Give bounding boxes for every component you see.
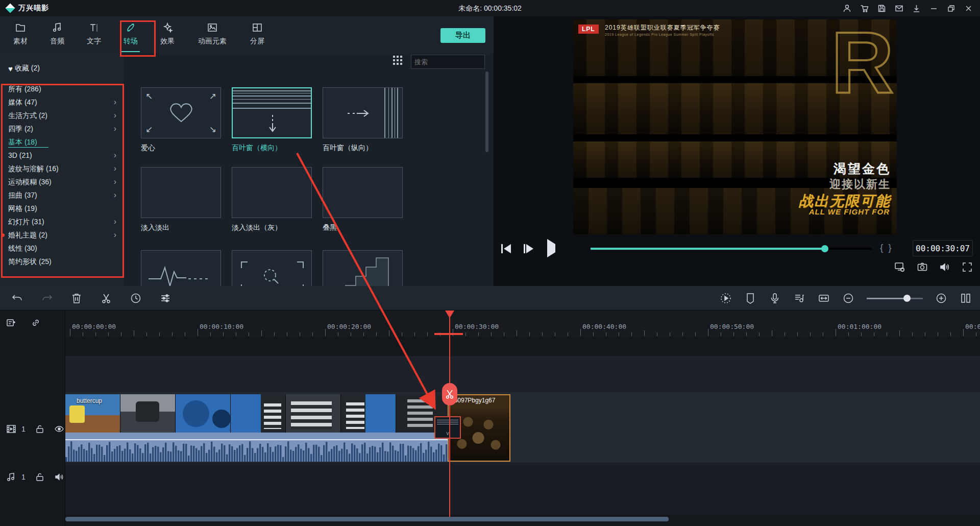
zoom-slider-knob[interactable] [903, 295, 911, 302]
category-sidebar: ♥ 收藏 (2) 所有 (286) › 媒体 (47) › 生活方式 (2) › [0, 54, 124, 286]
transition-arrow-glyph: v [447, 431, 449, 436]
lock-icon[interactable] [35, 424, 45, 434]
category-item[interactable]: 婚礼主题 (2) › [0, 228, 124, 242]
transition-tile[interactable]: ↖↗↙↘ 爱心 [141, 87, 221, 153]
save-icon[interactable] [877, 4, 886, 13]
speed-clock-icon[interactable] [130, 292, 142, 304]
category-item[interactable]: 运动模糊 (36) › [0, 175, 124, 188]
tab[interactable]: 动画元素 [186, 16, 239, 46]
dual-view-icon[interactable] [960, 292, 972, 304]
lock-icon[interactable] [35, 472, 45, 482]
split-scissors-icon[interactable] [100, 292, 112, 304]
cart-icon[interactable] [860, 4, 869, 13]
category-item[interactable]: 媒体 (47) › [0, 95, 124, 109]
tab[interactable]: 分屏 [239, 16, 276, 46]
tab[interactable]: 转场 [112, 16, 149, 46]
redo-icon[interactable] [41, 292, 53, 304]
mark-out-icon[interactable]: } [888, 242, 891, 253]
category-item[interactable]: 四季 (2) › [0, 122, 124, 135]
transition-tile[interactable]: 淡入淡出（灰） [232, 167, 312, 232]
search-box [411, 55, 485, 69]
ruler-label: 00:01:10:00 [965, 323, 980, 330]
fullscreen-icon[interactable] [962, 261, 973, 273]
favorites-item[interactable]: ♥ 收藏 (2) [8, 64, 124, 73]
category-item[interactable]: 网格 (19) › [0, 202, 124, 215]
preview-timecode[interactable]: 00:00:30:07 [913, 240, 973, 256]
category-item[interactable]: 简约形状 (25) › [0, 255, 124, 268]
render-preview-icon[interactable] [720, 292, 732, 304]
playhead-ruler-highlight [434, 333, 463, 335]
video-slogan-ghost: 迎接以新生 [829, 177, 891, 192]
record-voiceover-icon[interactable] [769, 292, 781, 304]
add-to-track-icon[interactable] [6, 318, 16, 328]
ruler-label: 00:00:10:00 [200, 323, 243, 330]
play-button[interactable] [547, 244, 558, 254]
timeline-zoom-slider[interactable] [867, 298, 923, 299]
music-icon [52, 21, 63, 34]
search-input[interactable] [411, 58, 507, 66]
category-item[interactable]: 扭曲 (37) › [0, 188, 124, 202]
category-item[interactable]: 基本 (18) › [0, 135, 124, 149]
stop-button[interactable] [571, 244, 582, 254]
transition-tile[interactable] [141, 250, 221, 286]
minimize-icon[interactable] [929, 4, 938, 13]
download-icon[interactable] [912, 4, 921, 13]
undo-icon[interactable] [11, 292, 23, 304]
account-icon[interactable] [843, 4, 851, 13]
transition-tile[interactable]: 叠黑 [323, 167, 403, 232]
transition-tile[interactable]: 淡入淡出 [141, 167, 221, 232]
marker-icon[interactable] [744, 292, 756, 304]
applied-transition-clip[interactable]: v [434, 416, 461, 439]
timeline-ruler[interactable]: 00:00:00:0000:00:10:0000:00:20:0000:00:3… [0, 310, 980, 338]
mute-icon[interactable] [54, 472, 64, 482]
category-item[interactable]: 3D (21) › [0, 149, 124, 162]
grid-view-icon[interactable] [393, 56, 403, 66]
volume-icon[interactable] [939, 261, 950, 273]
seek-knob[interactable] [821, 245, 828, 252]
fit-timeline-icon[interactable] [818, 292, 830, 304]
adjust-icon[interactable] [159, 292, 172, 304]
tab[interactable]: 音频 [39, 16, 76, 46]
export-button[interactable]: 导出 [440, 28, 485, 43]
zoom-in-icon[interactable] [935, 292, 947, 304]
window-controls [843, 0, 973, 16]
timeline-toolbar-left [11, 292, 172, 304]
category-item[interactable]: 线性 (30) › [0, 242, 124, 255]
tab[interactable]: 文字 [76, 16, 112, 46]
lpl-logo: LPL [578, 25, 599, 34]
next-frame-button[interactable] [524, 244, 535, 254]
category-item[interactable]: 波纹与溶解 (16) › [0, 162, 124, 175]
audio-track-number: 1 [21, 473, 26, 481]
restore-icon[interactable] [947, 4, 955, 13]
transition-thumbnail [141, 167, 221, 218]
audio-mixer-icon[interactable] [793, 292, 805, 304]
category-item[interactable]: 所有 (286) › [0, 82, 124, 95]
empty-track-band [65, 356, 980, 392]
clip1-frame [120, 394, 176, 433]
timeline-horizontal-scrollbar[interactable] [65, 517, 669, 521]
tab[interactable]: 素材 [2, 16, 39, 46]
mail-icon[interactable] [895, 4, 903, 13]
eye-icon[interactable] [54, 424, 64, 434]
tab[interactable]: 效果 [149, 16, 186, 46]
timeline-clip-video[interactable]: buttercup [65, 394, 448, 462]
transition-tile[interactable]: 百叶窗（纵向） [323, 87, 403, 153]
transition-tile[interactable]: 百叶窗（横向） [232, 87, 312, 153]
clip2-label: 06097Pbgy1g67 [451, 397, 495, 404]
snapshot-icon[interactable] [917, 261, 928, 273]
delete-icon[interactable] [70, 292, 83, 304]
mark-in-icon[interactable]: { [880, 242, 883, 253]
display-settings-icon[interactable] [894, 261, 905, 273]
zoom-out-icon[interactable] [842, 292, 854, 304]
transition-tile[interactable] [232, 250, 312, 286]
seek-bar[interactable] [591, 248, 872, 250]
category-item[interactable]: 幻灯片 (31) › [0, 215, 124, 228]
category-item[interactable]: 生活方式 (2) › [0, 109, 124, 122]
transition-thumbnail [232, 167, 312, 218]
transition-tile[interactable] [323, 250, 403, 286]
previous-frame-button[interactable] [501, 244, 512, 254]
close-icon[interactable] [964, 4, 973, 13]
link-clips-icon[interactable] [31, 318, 41, 328]
cut-scissors-button[interactable] [442, 383, 457, 405]
grid-scrollbar[interactable] [485, 71, 488, 152]
